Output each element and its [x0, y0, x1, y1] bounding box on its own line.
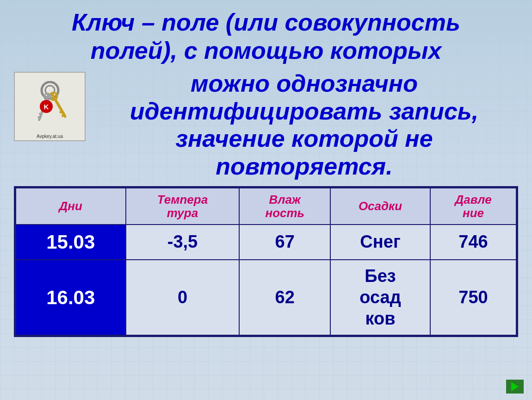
heading-line1: Ключ – поле (или совокупность: [14, 8, 518, 37]
cell-humidity-2: 62: [239, 260, 330, 335]
heading-line3: можно однозначно: [90, 70, 518, 98]
svg-text:K: K: [43, 103, 49, 111]
cell-pressure-2: 750: [430, 260, 516, 335]
col-header-humidity: Влажность: [239, 188, 330, 225]
keys-illustration: K: [22, 81, 78, 132]
data-table-wrapper: Дни Температура Влажность Осадки Давлени…: [14, 186, 518, 337]
heading-rest-line1: – поле (или совокупность: [135, 9, 460, 36]
main-title: Ключ – поле (или совокупность полей), с …: [14, 8, 518, 65]
col-header-pressure: Давление: [430, 188, 516, 225]
slide-content: Ключ – поле (или совокупность полей), с …: [0, 0, 532, 342]
key-image: K Avpkey.at.ua: [14, 72, 86, 141]
cell-humidity-1: 67: [239, 225, 330, 260]
key-image-inner: K Avpkey.at.ua: [15, 73, 85, 140]
next-slide-button[interactable]: [506, 380, 524, 394]
weather-table: Дни Температура Влажность Осадки Давлени…: [15, 188, 517, 336]
image-caption: Avpkey.at.ua: [37, 134, 63, 139]
heading-line2: полей), с помощью которых: [14, 37, 518, 65]
table-row: 16.03 0 62 Безосадков 750: [16, 260, 516, 335]
heading-line4: идентифицировать запись,: [90, 98, 518, 125]
table-header-row: Дни Температура Влажность Осадки Давлени…: [16, 188, 516, 225]
cell-temp-2: 0: [126, 260, 240, 335]
cell-temp-1: -3,5: [126, 225, 240, 260]
table-row: 15.03 -3,5 67 Снег 746: [16, 225, 516, 260]
heading-line6: повторяется.: [90, 153, 518, 181]
svg-line-2: [52, 94, 65, 116]
heading-line5: значение которой не: [90, 125, 518, 153]
cell-date-2: 16.03: [16, 260, 126, 335]
cell-precip-2: Безосадков: [330, 260, 430, 335]
col-header-precip: Осадки: [330, 188, 430, 225]
keyword: Ключ: [72, 9, 135, 36]
cell-date-1: 15.03: [16, 225, 126, 260]
col-header-temp: Температура: [126, 188, 240, 225]
heading-right-text: можно однозначно идентифицировать запись…: [90, 70, 518, 181]
cell-precip-1: Снег: [330, 225, 430, 260]
cell-pressure-1: 746: [430, 225, 516, 260]
slide-background: Ключ – поле (или совокупность полей), с …: [0, 0, 532, 400]
middle-section: K Avpkey.at.ua можно однозначно идентифи…: [14, 70, 518, 181]
col-header-days: Дни: [16, 188, 126, 225]
